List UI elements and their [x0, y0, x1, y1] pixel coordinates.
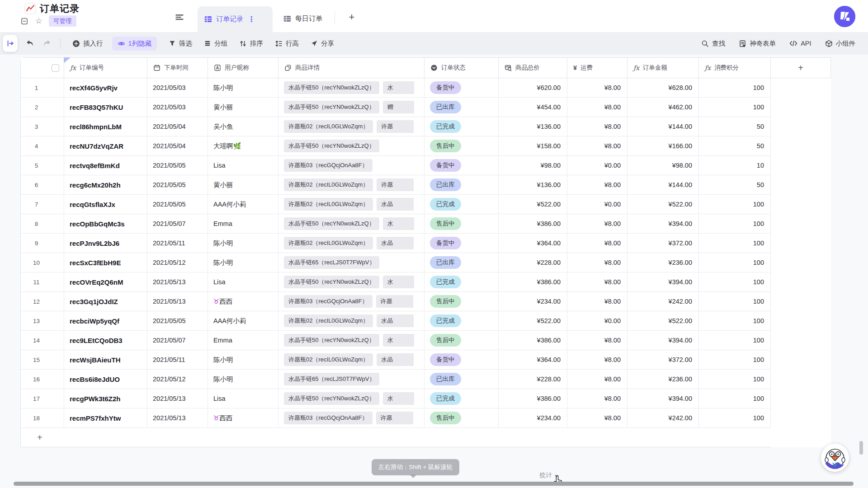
cell-user-nickname[interactable]: 黄小丽	[208, 98, 278, 117]
cell-products[interactable]: 水晶手链50（recYN0wokZLzQ）赠	[278, 98, 425, 117]
cell-products[interactable]: 许愿瓶02（recIL0GLWoZqm）水晶	[278, 234, 425, 253]
cell-order-date[interactable]: 2021/05/03	[147, 98, 208, 117]
cell-points[interactable]: 100	[699, 370, 771, 389]
cell-row-select[interactable]: 14	[21, 331, 64, 350]
table-row[interactable]: 15recWsjBAieuTH2021/05/11陈小明许愿瓶02（recIL0…	[21, 350, 771, 370]
toolbar-button-row-height[interactable]: 行高	[275, 39, 299, 48]
cell-products[interactable]: 许愿瓶03（recGQcjOnAa8F）	[278, 156, 425, 175]
cell-user-nickname[interactable]: 大瑶啊🌿	[208, 136, 278, 155]
cell-order-amount[interactable]: ¥242.00	[627, 292, 699, 311]
table-row[interactable]: 5rectvq8efBmKd2021/05/05Lisa许愿瓶03（recGQc…	[21, 156, 771, 175]
cell-products[interactable]: 许愿瓶03（recGQcjOnAa8F）许愿	[278, 408, 425, 427]
cell-order-amount[interactable]: ¥144.00	[627, 175, 699, 194]
cell-row-select[interactable]: 4	[21, 136, 64, 155]
table-row[interactable]: 16recBs6i8eJdUO2021/05/12陈小明水晶手链65（recLJ…	[21, 370, 771, 389]
sidebar-toggle-button[interactable]	[3, 35, 18, 52]
cell-total-price[interactable]: ¥136.00	[499, 175, 567, 194]
cell-row-select[interactable]: 1	[21, 78, 64, 97]
toolbar-button-code[interactable]: API	[789, 39, 811, 47]
cell-shipping-fee[interactable]: ¥8.00	[567, 214, 627, 233]
cell-row-select[interactable]: 15	[21, 350, 64, 369]
cell-order-id[interactable]: recl86hmpnLbM	[64, 117, 147, 136]
star-icon[interactable]: ☆	[34, 17, 43, 25]
cell-order-status[interactable]: 备货中	[425, 350, 499, 369]
tab-daily-orders[interactable]: 每日订单	[280, 11, 325, 26]
cell-points[interactable]: 100	[699, 311, 771, 330]
cell-shipping-fee[interactable]: ¥8.00	[567, 175, 627, 194]
column-header-商品详情[interactable]: 商品详情	[278, 58, 425, 78]
toolbar-button-search[interactable]: 查找	[701, 39, 725, 48]
cell-points[interactable]: 100	[699, 292, 771, 311]
cell-points[interactable]: 100	[699, 389, 771, 408]
cell-order-date[interactable]: 2021/05/07	[147, 331, 208, 350]
cell-total-price[interactable]: ¥234.00	[499, 292, 567, 311]
cell-points[interactable]: 100	[699, 195, 771, 214]
cell-order-amount[interactable]: ¥522.00	[627, 195, 699, 214]
toolbar-button-sort[interactable]: 排序	[239, 39, 263, 48]
add-row[interactable]: +	[21, 428, 771, 447]
cell-user-nickname[interactable]: 黄小丽	[208, 175, 278, 194]
cell-order-status[interactable]: 售后中	[425, 408, 499, 427]
cell-order-status[interactable]: 已完成	[425, 311, 499, 330]
cell-row-select[interactable]: 7	[21, 195, 64, 214]
cell-total-price[interactable]: ¥620.00	[499, 78, 567, 97]
cell-points[interactable]: 100	[699, 350, 771, 369]
cell-shipping-fee[interactable]: ¥8.00	[567, 370, 627, 389]
cell-order-id[interactable]: recqGtsflaXJx	[64, 195, 147, 214]
table-row[interactable]: 14rec9LEtCQoDB32021/05/07Emma水晶手链50（recY…	[21, 331, 771, 350]
cell-order-id[interactable]: recbciWp5yqQf	[64, 311, 147, 330]
cell-user-nickname[interactable]: Emma	[208, 214, 278, 233]
cell-order-id[interactable]: recOpBbGqMc3s	[64, 214, 147, 233]
cell-shipping-fee[interactable]: ¥0.00	[567, 311, 627, 330]
cell-row-select[interactable]: 9	[21, 234, 64, 253]
cell-shipping-fee[interactable]: ¥0.00	[567, 156, 627, 175]
cell-order-status[interactable]: 已完成	[425, 389, 499, 408]
cell-shipping-fee[interactable]: ¥8.00	[567, 136, 627, 155]
vertical-scrollbar[interactable]	[859, 441, 863, 455]
cell-user-nickname[interactable]: 陈小明	[208, 253, 278, 272]
cell-order-status[interactable]: 已完成	[425, 117, 499, 136]
cell-row-select[interactable]: 2	[21, 98, 64, 117]
cell-shipping-fee[interactable]: ¥8.00	[567, 408, 627, 427]
cell-points[interactable]: 10	[699, 156, 771, 175]
cell-products[interactable]: 许愿瓶02（recIL0GLWoZqm）许愿	[278, 117, 425, 136]
cell-user-nickname[interactable]: Lisa	[208, 389, 278, 408]
table-row[interactable]: 8recOpBbGqMc3s2021/05/07Emma水晶手链50（recYN…	[21, 214, 771, 234]
table-row[interactable]: 10recSxC3fEbH9E2021/05/12陈小明水晶手链65（recLJ…	[21, 253, 771, 272]
cell-total-price[interactable]: ¥522.00	[499, 195, 567, 214]
column-header-商品总价[interactable]: 商品总价	[499, 58, 567, 78]
cell-products[interactable]: 许愿瓶03（recGQcjOnAa8F）许愿	[278, 292, 425, 311]
permission-badge[interactable]: 可管理	[49, 15, 76, 27]
cell-order-id[interactable]: recgPWk3t6Z2h	[64, 389, 147, 408]
mascot-assistant[interactable]	[821, 444, 849, 472]
cell-order-date[interactable]: 2021/05/13	[147, 292, 208, 311]
cell-order-status[interactable]: 已出库	[425, 98, 499, 117]
node-icon[interactable]	[20, 17, 28, 25]
cell-order-date[interactable]: 2021/05/04	[147, 117, 208, 136]
cell-shipping-fee[interactable]: ¥8.00	[567, 117, 627, 136]
cell-order-status[interactable]: 售后中	[425, 292, 499, 311]
table-row[interactable]: 12rec3Gq1jOJdIZ2021/05/13♉西西许愿瓶03（recGQc…	[21, 292, 771, 311]
cell-total-price[interactable]: ¥158.00	[499, 136, 567, 155]
cell-user-nickname[interactable]: 陈小明	[208, 370, 278, 389]
cell-order-status[interactable]: 已完成	[425, 195, 499, 214]
cell-order-date[interactable]: 2021/05/07	[147, 214, 208, 233]
cell-order-amount[interactable]: ¥242.00	[627, 408, 699, 427]
cell-user-nickname[interactable]: Lisa	[208, 156, 278, 175]
cell-order-date[interactable]: 2021/05/03	[147, 78, 208, 97]
cell-user-nickname[interactable]: Emma	[208, 331, 278, 350]
cell-row-select[interactable]: 8	[21, 214, 64, 233]
cell-order-id[interactable]: recBs6i8eJdUO	[64, 370, 147, 389]
cell-order-date[interactable]: 2021/05/13	[147, 408, 208, 427]
column-header-订单编号[interactable]: ƒx订单编号	[64, 58, 147, 78]
cell-order-id[interactable]: rec9LEtCQoDB3	[64, 331, 147, 350]
cell-order-id[interactable]: recPJnv9L2bJ6	[64, 234, 147, 253]
cell-order-id[interactable]: recWsjBAieuTH	[64, 350, 147, 369]
cell-order-status[interactable]: 售后中	[425, 214, 499, 233]
cell-row-select[interactable]: 6	[21, 175, 64, 194]
cell-row-select[interactable]: 12	[21, 292, 64, 311]
table-row[interactable]: 9recPJnv9L2bJ62021/05/11陈小明许愿瓶02（recIL0G…	[21, 234, 771, 253]
cell-order-id[interactable]: recSxC3fEbH9E	[64, 253, 147, 272]
column-header-运费[interactable]: ¥运费	[567, 58, 627, 78]
cell-order-date[interactable]: 2021/05/12	[147, 253, 208, 272]
